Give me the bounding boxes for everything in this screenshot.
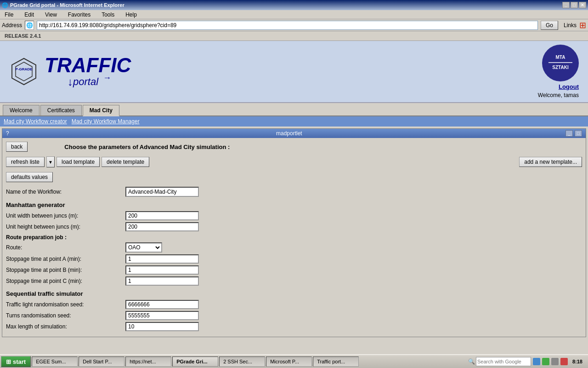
- menu-help[interactable]: Help: [123, 11, 140, 19]
- window-controls[interactable]: _ □ ✕: [562, 2, 586, 8]
- minimize-button[interactable]: _: [562, 2, 570, 8]
- traffic-seed-input[interactable]: [125, 300, 199, 309]
- taskbar-item-traffic[interactable]: Traffic port...: [313, 356, 359, 367]
- taskbar-item-pgrade[interactable]: PGrade Gri...: [172, 356, 218, 367]
- traffic-section-title: Sequential traffic simulator: [6, 290, 582, 297]
- portlet: ? madportlet _ □ back Choose the paramet…: [2, 128, 586, 337]
- traffic-seed-row: Traffic light randomisation seed:: [6, 300, 582, 309]
- route-section-title: Route preparation job :: [6, 234, 125, 241]
- sys-tray-icon-1: [533, 358, 540, 365]
- sys-tray-icon-4: [560, 358, 568, 365]
- address-icon: 🌐: [25, 21, 34, 30]
- maximize-button[interactable]: □: [571, 2, 578, 8]
- stop-a-label: Stoppage time at point A (min):: [6, 256, 125, 262]
- logo-area: P-GRADE TRAFFIC ↓ portal →: [9, 55, 131, 88]
- portlet-body: back Choose the parameters of Advanced M…: [2, 138, 586, 337]
- unit-width-row: Unit width between juncs (m):: [6, 211, 582, 220]
- load-template-button[interactable]: load template: [57, 157, 100, 167]
- route-select[interactable]: OAO OBO OCO: [125, 242, 162, 253]
- max-length-row: Max length of simulation:: [6, 322, 582, 331]
- subnav-workflow-manager[interactable]: Mad city Workflow Manager: [72, 118, 140, 125]
- taskbar-item-https[interactable]: https://net...: [125, 356, 171, 367]
- window-title: PGrade Grid portal - Microsoft Internet …: [10, 2, 124, 8]
- stop-a-input[interactable]: [125, 254, 199, 264]
- route-row: Route: OAO OBO OCO: [6, 242, 582, 253]
- links-button[interactable]: Links: [564, 22, 577, 29]
- start-button[interactable]: ⊞ start: [1, 356, 31, 367]
- unit-height-row: Unit height between juncs (m):: [6, 222, 582, 231]
- menu-favorites[interactable]: Favorites: [65, 11, 93, 19]
- unit-height-input[interactable]: [125, 222, 199, 231]
- traffic-seed-label: Traffic light randomisation seed:: [6, 301, 125, 308]
- tab-certificates[interactable]: Certificates: [40, 105, 82, 115]
- stop-b-input[interactable]: [125, 265, 199, 275]
- taskbar-item-egee[interactable]: EGEE Sum...: [32, 356, 78, 367]
- taskbar-item-ssh[interactable]: 2 SSH Sec...: [219, 356, 265, 367]
- windows-logo-icon: ⊞: [579, 20, 586, 30]
- menu-tools[interactable]: Tools: [99, 11, 117, 19]
- subnav-workflow-creator[interactable]: Mad city Workflow creator: [4, 118, 67, 125]
- app-icon: 🌐: [2, 2, 8, 8]
- arrow-right-icon: →: [103, 73, 111, 83]
- tab-welcome[interactable]: Welcome: [3, 105, 40, 115]
- menu-bar: File Edit View Favorites Tools Help: [0, 10, 588, 19]
- menu-file[interactable]: File: [2, 11, 16, 19]
- max-length-input[interactable]: [125, 322, 199, 331]
- traffic-title: TRAFFIC: [45, 55, 131, 75]
- subnav-bar: Mad city Workflow creator Mad city Workf…: [0, 116, 588, 126]
- release-text: RELEASE 2.4.1: [5, 33, 41, 39]
- address-input[interactable]: [37, 21, 538, 30]
- svg-text:P-GRADE: P-GRADE: [16, 67, 33, 71]
- menu-edit[interactable]: Edit: [22, 11, 37, 19]
- title-bar: 🌐 PGrade Grid portal - Microsoft Interne…: [0, 0, 588, 10]
- title-block: TRAFFIC ↓ portal →: [45, 55, 131, 88]
- address-label: Address: [2, 22, 22, 29]
- go-button[interactable]: Go: [541, 21, 558, 30]
- release-bar: RELEASE 2.4.1: [0, 31, 588, 41]
- portlet-title: madportlet: [13, 130, 565, 137]
- close-button[interactable]: ✕: [579, 2, 586, 8]
- portlet-header: ? madportlet _ □: [2, 129, 586, 138]
- logout-link[interactable]: Logout: [559, 83, 579, 90]
- welcome-text: Welcome, tamas: [538, 92, 579, 98]
- svg-marker-1: [16, 62, 32, 81]
- unit-height-label: Unit height between juncs (m):: [6, 224, 125, 230]
- add-template-button[interactable]: add a new template...: [519, 157, 582, 167]
- right-header: MTA SZTAKI Logout Welcome, tamas: [538, 45, 579, 98]
- turns-seed-input[interactable]: [125, 311, 199, 320]
- svg-text:MTA: MTA: [556, 55, 565, 60]
- clock: 8:18: [570, 359, 585, 364]
- sys-tray-icon-3: [551, 358, 559, 365]
- toolbar-row: refresh liste ▼ load template delete tem…: [6, 156, 582, 167]
- unit-width-input[interactable]: [125, 211, 199, 220]
- defaults-values-button[interactable]: defaults values: [6, 172, 53, 182]
- portlet-question[interactable]: ?: [6, 130, 9, 137]
- back-button[interactable]: back: [6, 142, 28, 152]
- taskbar-item-microsoft[interactable]: Microsoft P...: [266, 356, 312, 367]
- address-bar: Address 🌐 Go Links ⊞: [0, 19, 588, 31]
- portal-text: portal: [73, 76, 98, 88]
- refresh-liste-button[interactable]: refresh liste: [6, 157, 45, 167]
- portlet-minimize-button[interactable]: _: [565, 130, 573, 137]
- back-row: back Choose the parameters of Advanced M…: [6, 142, 582, 152]
- tab-madcity[interactable]: Mad City: [83, 105, 119, 116]
- portlet-controls[interactable]: _ □: [565, 130, 582, 137]
- portlet-maximize-button[interactable]: □: [575, 130, 582, 137]
- search-icon: 🔍: [468, 358, 475, 365]
- unit-width-label: Unit width between juncs (m):: [6, 213, 125, 219]
- page-header: P-GRADE TRAFFIC ↓ portal → MTA SZTAKI: [0, 41, 588, 103]
- menu-view[interactable]: View: [42, 11, 60, 19]
- stop-c-input[interactable]: [125, 276, 199, 286]
- search-input[interactable]: [476, 357, 531, 366]
- delete-template-button[interactable]: delete template: [102, 157, 149, 167]
- page-heading: Choose the parameters of Advanced Mad Ci…: [64, 144, 230, 150]
- arrow-down-icon: ↓: [68, 75, 73, 88]
- mta-logo: MTA SZTAKI: [542, 45, 579, 81]
- workflow-name-input[interactable]: [125, 187, 199, 197]
- sys-tray-icon-2: [542, 358, 549, 365]
- windows-start-icon: ⊞: [6, 358, 11, 365]
- search-google-area: 🔍: [468, 357, 531, 366]
- dropdown-arrow-button[interactable]: ▼: [46, 156, 55, 167]
- taskbar-item-dell[interactable]: Dell Start P...: [79, 356, 124, 367]
- stop-b-label: Stoppage time at point B (min):: [6, 267, 125, 273]
